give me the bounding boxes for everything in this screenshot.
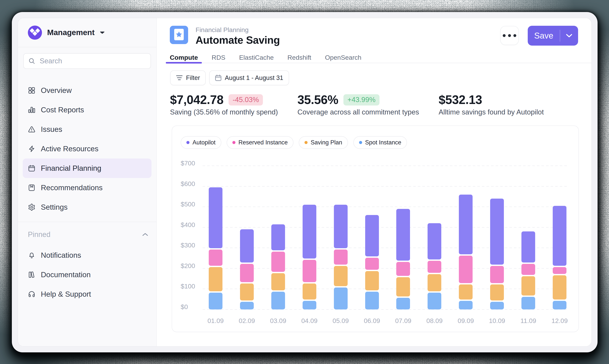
tab-rds[interactable]: RDS (207, 54, 229, 63)
bar-segment-10.09-reserved-instance[interactable] (490, 266, 504, 283)
sidebar-item-overview[interactable]: Overview (23, 81, 152, 100)
save-button[interactable]: Save (528, 26, 578, 46)
bar-segment-11.09-spot-instance[interactable] (521, 297, 535, 310)
sidebar-item-label: Recommendations (41, 183, 103, 192)
sidebar-item-label: Documentation (41, 271, 91, 279)
chevron-down-icon (566, 34, 572, 38)
bar-segment-09.09-saving-plan[interactable] (459, 285, 473, 299)
filter-label: Filter (186, 74, 200, 81)
bar-segment-06.09-autopilot[interactable] (365, 215, 379, 256)
bar-segment-03.09-autopilot[interactable] (271, 224, 285, 250)
sidebar-item-settings[interactable]: Settings (23, 197, 152, 217)
bar-segment-03.09-spot-instance[interactable] (271, 292, 285, 310)
bar-segment-10.09-saving-plan[interactable] (490, 285, 504, 300)
date-range-label: August 1 - August 31 (225, 74, 283, 81)
bar-chart-icon (28, 106, 36, 114)
bar-segment-12.09-reserved-instance[interactable] (553, 267, 567, 274)
breadcrumb: Financial Planning (195, 26, 500, 34)
bar-segment-06.09-saving-plan[interactable] (365, 271, 379, 290)
bar-segment-11.09-reserved-instance[interactable] (521, 264, 535, 275)
tab-compute[interactable]: Compute (166, 54, 202, 63)
tab-redshift[interactable]: Redshift (284, 54, 315, 63)
more-button[interactable] (500, 26, 519, 45)
bar-segment-04.09-autopilot[interactable] (303, 205, 316, 259)
workspace-switcher[interactable]: Management (18, 18, 156, 47)
sidebar-item-documentation[interactable]: Documentation (23, 265, 152, 285)
bar-segment-06.09-spot-instance[interactable] (365, 292, 379, 310)
bar-segment-11.09-saving-plan[interactable] (521, 276, 535, 296)
bar-segment-01.09-autopilot[interactable] (209, 187, 222, 248)
bar-segment-08.09-autopilot[interactable] (428, 223, 441, 260)
warning-triangle-icon (28, 126, 36, 133)
bar-segment-02.09-saving-plan[interactable] (240, 284, 254, 301)
date-range-button[interactable]: August 1 - August 31 (209, 70, 289, 85)
y-axis-label: $100 (181, 283, 195, 290)
bar-segment-05.09-reserved-instance[interactable] (334, 249, 348, 265)
bar-segment-06.09-reserved-instance[interactable] (365, 258, 379, 270)
sidebar-item-notifications[interactable]: Notifications (23, 246, 152, 265)
bar-segment-04.09-saving-plan[interactable] (303, 284, 316, 299)
bar-segment-12.09-autopilot[interactable] (553, 206, 567, 266)
sidebar-item-help-support[interactable]: Help & Support (23, 285, 152, 304)
sidebar-item-label: Notifications (41, 251, 81, 260)
bar-segment-03.09-saving-plan[interactable] (271, 273, 285, 290)
sidebar-item-cost-reports[interactable]: Cost Reports (23, 100, 152, 120)
bar-segment-02.09-reserved-instance[interactable] (240, 264, 254, 282)
save-dropdown[interactable] (560, 34, 578, 38)
bar-segment-05.09-spot-instance[interactable] (334, 287, 348, 310)
x-axis-label: 07.09 (395, 317, 411, 325)
dot (513, 34, 516, 37)
bar-segment-08.09-saving-plan[interactable] (428, 274, 441, 291)
page-title: Automate Saving (195, 34, 500, 46)
bar-segment-01.09-reserved-instance[interactable] (209, 249, 222, 266)
bar-segment-09.09-spot-instance[interactable] (459, 301, 473, 310)
bookmark-icon (28, 184, 36, 192)
bar-segment-07.09-spot-instance[interactable] (396, 298, 410, 310)
bar-segment-05.09-autopilot[interactable] (334, 205, 348, 248)
bar-segment-08.09-spot-instance[interactable] (428, 293, 441, 310)
sidebar-item-financial-planning[interactable]: Financial Planning (23, 158, 152, 178)
chevron-down-icon (100, 31, 104, 34)
x-axis-label: 11.09 (520, 317, 536, 325)
sidebar-item-label: Settings (41, 203, 67, 211)
tab-elasticache[interactable]: ElastiCache (235, 54, 278, 63)
bar-segment-09.09-autopilot[interactable] (459, 195, 473, 255)
bar-segment-02.09-autopilot[interactable] (240, 229, 254, 262)
save-label: Save (528, 31, 560, 40)
search-input[interactable]: Search (23, 53, 151, 69)
bar-segment-02.09-spot-instance[interactable] (240, 302, 254, 310)
filter-icon (176, 75, 183, 81)
bar-segment-10.09-spot-instance[interactable] (490, 302, 504, 310)
bar-segment-09.09-reserved-instance[interactable] (459, 256, 473, 283)
bar-segment-04.09-reserved-instance[interactable] (303, 260, 316, 282)
bar-segment-04.09-spot-instance[interactable] (303, 301, 316, 310)
books-icon (28, 271, 36, 279)
pinned-header[interactable]: Pinned (28, 228, 148, 241)
bar-segment-03.09-reserved-instance[interactable] (271, 252, 285, 272)
x-axis-label: 01.09 (207, 317, 224, 325)
bar-segment-12.09-spot-instance[interactable] (553, 301, 567, 310)
bar-segment-11.09-autopilot[interactable] (521, 231, 535, 262)
bar-segment-07.09-reserved-instance[interactable] (396, 262, 410, 276)
sidebar-item-active-resources[interactable]: Active Resources (23, 139, 152, 158)
filter-button[interactable]: Filter (170, 70, 206, 85)
bar-segment-08.09-reserved-instance[interactable] (428, 261, 441, 273)
sidebar-item-label: Overview (41, 86, 72, 95)
workspace-name: Management (47, 28, 95, 37)
pinned-label: Pinned (28, 231, 50, 239)
main-content: Financial Planning Automate Saving Save (157, 18, 591, 346)
bar-segment-10.09-autopilot[interactable] (490, 199, 504, 265)
header-titles: Financial Planning Automate Saving (195, 26, 500, 46)
bar-segment-01.09-saving-plan[interactable] (209, 267, 222, 291)
tab-opensearch[interactable]: OpenSearch (321, 54, 365, 63)
stat-caption: Saving (35.56% of monthly spend) (170, 108, 298, 117)
bar-segment-01.09-spot-instance[interactable] (209, 293, 222, 310)
sidebar-item-issues[interactable]: Issues (23, 120, 152, 139)
stat-caption: Alltime savings found by Autopilot (439, 108, 544, 117)
bar-segment-07.09-saving-plan[interactable] (396, 277, 410, 297)
sidebar-item-recommendations[interactable]: Recommendations (23, 178, 152, 197)
gear-icon (28, 203, 36, 211)
bar-segment-05.09-saving-plan[interactable] (334, 266, 348, 286)
bar-segment-07.09-autopilot[interactable] (396, 209, 410, 260)
bar-segment-12.09-saving-plan[interactable] (553, 275, 567, 299)
